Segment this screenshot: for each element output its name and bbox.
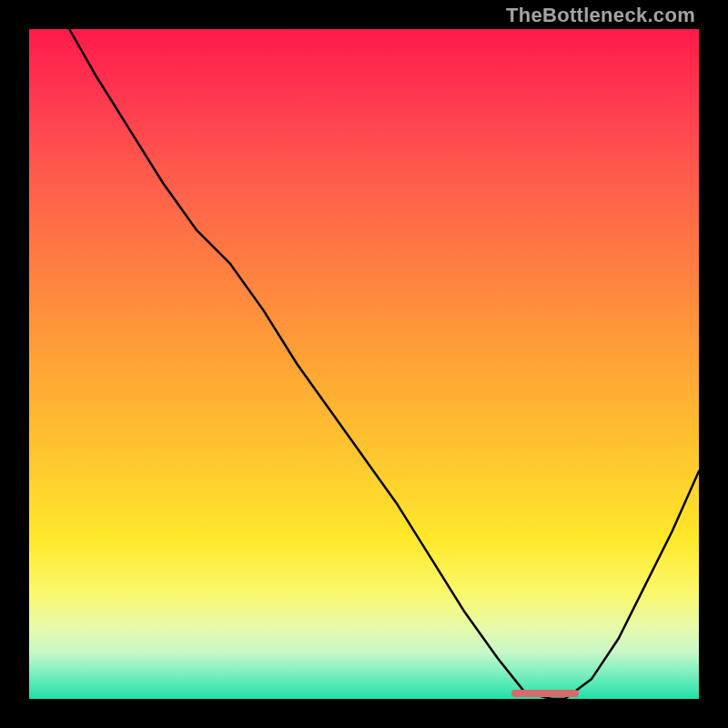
chart-container: TheBottleneck.com — [0, 0, 728, 728]
optimal-range-marker — [511, 690, 579, 697]
watermark-text: TheBottleneck.com — [506, 4, 695, 27]
bottleneck-curve — [29, 29, 699, 699]
plot-area — [29, 29, 699, 699]
